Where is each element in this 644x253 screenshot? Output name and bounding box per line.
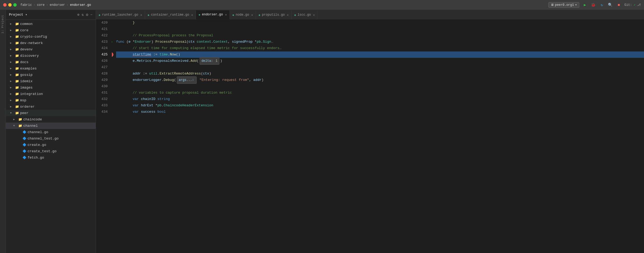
debug-button[interactable]: 🐞 (590, 2, 596, 8)
inline-hint-args: args...: (177, 76, 197, 84)
breadcrumb-endorser[interactable]: endorser (50, 3, 65, 7)
close-panel-icon[interactable]: − (90, 13, 92, 17)
add-file-icon[interactable]: ⊕ (77, 12, 79, 17)
folder-icon: 📁 (15, 22, 19, 26)
sidebar-tree[interactable]: ▶ 📁 common ▶ 📁 core ▶ 📁 crypto-config ▶ … (6, 20, 96, 253)
folder-label: channel (23, 124, 38, 128)
line-num-430: 430 (96, 83, 108, 90)
sidebar-item-examples[interactable]: ▶ 📁 examples (6, 65, 96, 72)
sidebar-item-create-test-go[interactable]: 🔷 create_test.go (6, 148, 96, 154)
breadcrumb-file[interactable]: endorser.go (70, 3, 91, 7)
sidebar-item-core[interactable]: ▶ 📁 core (6, 27, 96, 33)
sidebar-item-channel[interactable]: ▼ 📁 channel (6, 123, 96, 129)
minimize-button[interactable] (8, 3, 12, 7)
folder-label: common (20, 22, 33, 26)
tab-proputils[interactable]: ◈ proputils.go ✕ (256, 10, 292, 19)
arrow-icon: ▶ (10, 67, 14, 70)
line-num-426: 426 (96, 58, 108, 64)
line-num-428: 428 (96, 71, 108, 77)
tab-file-icon: ◈ (99, 13, 100, 17)
file-icon: 🔷 (22, 149, 27, 153)
arrow-icon: ▶ (10, 92, 14, 95)
sidebar-item-crypto-config[interactable]: ▶ 📁 crypto-config (6, 33, 96, 40)
tab-bar: ◈ runtime_launcher.go ✕ ◈ container_runt… (96, 10, 644, 20)
folder-label: idemix (20, 79, 33, 83)
sidebar-item-gossip[interactable]: ▶ 📁 gossip (6, 72, 96, 78)
collapse-icon[interactable]: ⇅ (82, 12, 84, 17)
line-num-425: 425 (96, 51, 108, 58)
sidebar-item-fetch-go[interactable]: 🔷 fetch.go (6, 154, 96, 161)
sidebar-item-chaincode[interactable]: ▶ 📁 chaincode (6, 116, 96, 123)
sidebar-item-integration[interactable]: ▶ 📁 integration (6, 91, 96, 97)
folder-icon: 📁 (15, 54, 19, 58)
sidebar-item-peer[interactable]: ▼ 📁 peer (6, 110, 96, 116)
tab-close-icon[interactable]: ✕ (191, 13, 193, 17)
code-content[interactable]: } // ProcessProposal process the Proposa… (112, 20, 644, 253)
sidebar-item-create-go[interactable]: 🔷 create.go (6, 142, 96, 148)
breakpoint-indicator[interactable] (112, 52, 113, 57)
file-icon: 🔷 (22, 156, 27, 160)
sidebar-item-devenv[interactable]: ▶ 📁 devenv (6, 46, 96, 53)
git-status: Git: ✓ ⎇ (624, 3, 641, 7)
folder-icon: 📁 (15, 67, 19, 71)
sidebar-item-orderer[interactable]: ▶ 📁 orderer (6, 103, 96, 110)
sidebar-item-channel-test-go[interactable]: 🔷 channel_test.go (6, 135, 96, 142)
reload-button[interactable]: ↻ (599, 2, 605, 8)
stop-button[interactable]: ■ (616, 2, 622, 8)
peer-label: peer0.org1 (555, 3, 574, 7)
sidebar-item-channel-go[interactable]: 🔷 channel.go (6, 129, 96, 135)
sidebar-item-common[interactable]: ▶ 📁 common (6, 21, 96, 27)
sidebar-item-discovery[interactable]: ▶ 📁 discovery (6, 53, 96, 59)
folder-label: discovery (20, 54, 39, 58)
tab-container-runtime[interactable]: ◈ container_runtime.go ✕ (145, 10, 196, 19)
git-check-icon: ✓ (634, 3, 636, 7)
folder-icon: 📁 (15, 105, 19, 109)
tab-close-icon[interactable]: ✕ (251, 13, 253, 17)
sidebar-item-idemix[interactable]: ▶ 📁 idemix (6, 78, 96, 84)
arrow-icon: ▼ (10, 112, 14, 115)
tab-file-icon: ◈ (259, 13, 261, 17)
code-editor[interactable]: 420 421 422 423 424 425 426 427 428 429 … (96, 20, 644, 253)
sidebar-item-dev-network[interactable]: ▶ 📁 dev-network (6, 40, 96, 46)
arrow-icon: ▶ (10, 22, 14, 25)
tab-node[interactable]: ◈ node.go ✕ (230, 10, 256, 19)
code-line-429: endorserLogger . Debug ( args...: "Enter… (116, 77, 644, 83)
main-layout: 1: Project Project ▾ ⊕ ⇅ ⚙ − ▶ 📁 common … (0, 10, 644, 253)
file-icon: 🔷 (22, 130, 27, 134)
tab-close-icon[interactable]: ✕ (225, 13, 227, 16)
breadcrumb-fabric[interactable]: fabric (20, 3, 32, 7)
run-button[interactable]: ▶ (582, 2, 588, 8)
tab-runtime-launcher[interactable]: ◈ runtime_launcher.go ✕ (96, 10, 145, 19)
settings-icon[interactable]: ⚙ (86, 12, 88, 17)
editor-area: ◈ runtime_launcher.go ✕ ◈ container_runt… (96, 10, 644, 253)
close-button[interactable] (3, 3, 7, 7)
maximize-button[interactable] (13, 3, 17, 7)
line-num-432: 432 (96, 96, 108, 102)
arrow-icon: ▶ (10, 60, 14, 64)
sidebar-item-docs[interactable]: ▶ 📁 docs (6, 59, 96, 65)
peer-dropdown-icon: ▾ (575, 3, 577, 7)
code-line-430 (116, 83, 644, 90)
folder-icon: 📁 (15, 98, 19, 102)
line-num-422: 422 (96, 32, 108, 39)
titlebar: fabric › core › endorser › endorser.go 🖥… (0, 0, 644, 10)
tab-close-icon[interactable]: ✕ (140, 13, 142, 17)
code-line-423: ● func ( e * Endorser ) ProcessProposal … (116, 39, 644, 45)
file-icon: 🔷 (22, 137, 27, 141)
sidebar-item-images[interactable]: ▶ 📁 images (6, 84, 96, 91)
traffic-lights (3, 3, 17, 7)
code-line-431: // variables to capture proposal duratio… (116, 90, 644, 96)
folder-label: examples (20, 67, 37, 71)
folder-icon: 📁 (15, 111, 19, 115)
search-button[interactable]: 🔍 (607, 2, 613, 8)
code-line-420: } (116, 20, 644, 26)
titlebar-actions: 🖥 peer0.org1 ▾ ▶ 🐞 ↻ 🔍 ■ Git: ✓ ⎇ (548, 2, 641, 8)
tab-endorser[interactable]: ◈ endorser.go ✕ (196, 10, 230, 19)
peer-selector[interactable]: 🖥 peer0.org1 ▾ (548, 2, 579, 8)
tab-label: endorser.go (202, 13, 223, 16)
breadcrumb-core[interactable]: core (37, 3, 45, 7)
tab-close-icon[interactable]: ✕ (287, 13, 289, 17)
tab-close-icon[interactable]: ✕ (313, 13, 315, 17)
tab-lscc[interactable]: ◈ lscc.go ✕ (292, 10, 318, 19)
sidebar-item-msp[interactable]: ▶ 📁 msp (6, 97, 96, 103)
